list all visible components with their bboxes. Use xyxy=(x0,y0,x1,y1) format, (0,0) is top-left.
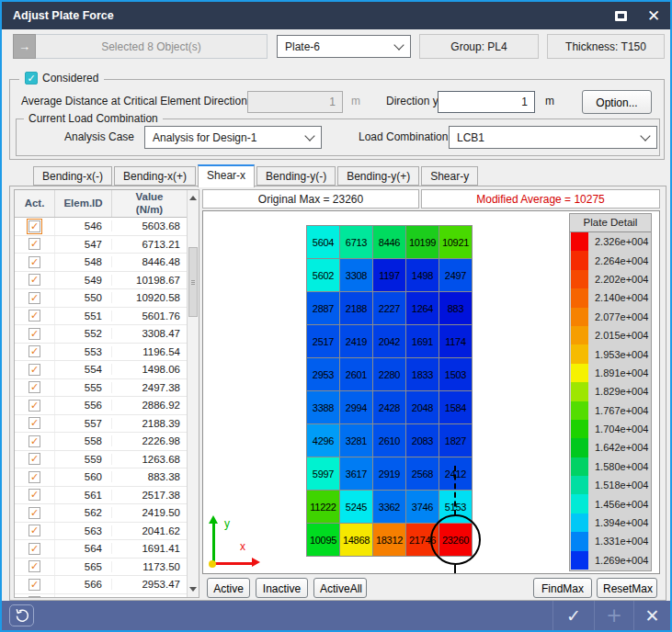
heatmap-cell[interactable]: 3746 xyxy=(406,491,439,524)
table-row[interactable]: ✓5523308.47 xyxy=(15,325,199,344)
table-row[interactable]: ✓5572188.39 xyxy=(15,415,199,434)
row-checkbox[interactable]: ✓ xyxy=(28,381,40,393)
heatmap-cell[interactable]: 4296 xyxy=(307,424,340,457)
table-row[interactable]: ✓5632041.62 xyxy=(15,523,199,541)
heatmap-cell[interactable]: 1833 xyxy=(406,358,439,391)
heatmap-cell[interactable]: 1691 xyxy=(406,325,439,358)
table-row[interactable]: ✓5651173.50 xyxy=(15,559,199,577)
heatmap-cell[interactable]: 8446 xyxy=(373,226,406,259)
row-checkbox[interactable]: ✓ xyxy=(28,220,40,232)
tab-shear-x[interactable]: Shear-x xyxy=(198,164,255,187)
table-row[interactable]: ✓5591263.68 xyxy=(15,451,199,469)
row-checkbox[interactable]: ✓ xyxy=(28,238,40,250)
analysis-case-select[interactable]: Analysis for Design-1 xyxy=(144,126,322,149)
row-checkbox[interactable]: ✓ xyxy=(28,292,40,304)
heatmap-cell[interactable]: 2419 xyxy=(340,325,373,358)
undo-button[interactable] xyxy=(9,604,34,626)
heatmap-cell[interactable]: 1498 xyxy=(406,259,439,292)
table-row[interactable]: ✓5641691.41 xyxy=(15,540,199,559)
heatmap-cell[interactable]: 2953 xyxy=(307,358,340,391)
inactive-button[interactable]: Inactive xyxy=(256,578,308,598)
tab-bending-x-[interactable]: Bending-x(-) xyxy=(33,166,112,186)
row-checkbox[interactable]: ✓ xyxy=(28,400,40,412)
heatmap-cell[interactable]: 2568 xyxy=(406,457,439,491)
table-row[interactable]: ✓5541498.06 xyxy=(15,361,199,379)
heatmap-cell[interactable]: 10921 xyxy=(439,226,473,259)
row-checkbox[interactable]: ✓ xyxy=(28,256,40,268)
plate-select[interactable]: Plate-6 xyxy=(277,35,411,58)
heatmap-cell[interactable]: 1174 xyxy=(439,325,473,358)
heatmap-cell[interactable]: 2188 xyxy=(340,292,373,325)
heatmap-cell[interactable]: 1264 xyxy=(406,292,439,325)
add-button[interactable]: + xyxy=(595,601,633,630)
heatmap-cell[interactable]: 5602 xyxy=(307,259,340,292)
row-checkbox[interactable]: ✓ xyxy=(28,489,40,501)
table-row[interactable]: ✓5612517.38 xyxy=(15,487,199,505)
heatmap-cell[interactable]: 2412 xyxy=(439,457,473,491)
heatmap-cell[interactable]: 3388 xyxy=(307,391,340,424)
option-button[interactable]: Option... xyxy=(582,90,652,114)
heatmap-cell[interactable]: 2497 xyxy=(439,259,473,292)
heatmap-cell[interactable]: 2428 xyxy=(373,391,406,424)
activeall-button[interactable]: ActiveAll xyxy=(313,578,367,598)
table-row[interactable]: ✓5582226.98 xyxy=(15,433,199,451)
row-checkbox[interactable]: ✓ xyxy=(28,471,40,483)
table-row[interactable]: ✓5622419.50 xyxy=(15,504,199,523)
heatmap-cell[interactable]: 14868 xyxy=(340,524,373,557)
heatmap-cell[interactable]: 2227 xyxy=(373,292,406,325)
row-checkbox[interactable]: ✓ xyxy=(28,560,40,572)
row-checkbox[interactable]: ✓ xyxy=(28,453,40,465)
table-row[interactable]: ✓5531196.54 xyxy=(15,344,199,362)
row-checkbox[interactable]: ✓ xyxy=(28,345,40,357)
heatmap-cell[interactable]: 18312 xyxy=(373,524,406,557)
heatmap-cell[interactable]: 2042 xyxy=(373,325,406,358)
heatmap-cell[interactable]: 2083 xyxy=(406,424,439,457)
active-button[interactable]: Active xyxy=(207,578,250,598)
heatmap-cell[interactable]: 2517 xyxy=(307,325,340,358)
findmax-button[interactable]: FindMax xyxy=(533,578,592,598)
row-checkbox[interactable]: ✓ xyxy=(28,417,40,429)
heatmap-cell[interactable]: 1197 xyxy=(373,259,406,292)
row-checkbox[interactable]: ✓ xyxy=(28,364,40,376)
table-row[interactable]: ✓55010920.58 xyxy=(15,289,199,308)
heatmap-cell[interactable]: 5997 xyxy=(307,457,340,491)
scroll-up-icon[interactable] xyxy=(189,196,197,200)
row-checkbox[interactable]: ✓ xyxy=(28,310,40,322)
resetmax-button[interactable]: ResetMax xyxy=(597,578,657,598)
heatmap-cell[interactable]: 1584 xyxy=(439,391,473,424)
heatmap-cell[interactable]: 6713 xyxy=(340,226,373,259)
row-checkbox[interactable]: ✓ xyxy=(28,507,40,519)
direction-x-input[interactable]: 1 xyxy=(247,91,343,113)
heatmap-cell[interactable]: 11222 xyxy=(307,491,340,524)
table-row[interactable]: ✓560883.38 xyxy=(15,468,199,487)
table-row[interactable]: ✓5488446.48 xyxy=(15,254,199,272)
table-row[interactable]: ✓5476713.21 xyxy=(15,236,199,254)
heatmap-cell[interactable]: 3617 xyxy=(340,457,373,491)
heatmap-cell[interactable]: 2919 xyxy=(373,457,406,491)
heatmap-cell[interactable]: 10199 xyxy=(406,226,439,259)
row-checkbox[interactable]: ✓ xyxy=(28,543,40,555)
heatmap-cell[interactable]: 5604 xyxy=(307,226,340,259)
heatmap-cell[interactable]: 3362 xyxy=(373,491,406,524)
table-row[interactable]: ✓5562886.92 xyxy=(15,397,199,415)
direction-y-input[interactable]: 1 xyxy=(438,91,535,113)
cancel-button[interactable]: ✕ xyxy=(634,601,670,630)
heatmap-cell[interactable]: 2610 xyxy=(373,424,406,457)
table-scrollbar[interactable] xyxy=(187,190,199,597)
row-checkbox[interactable]: ✓ xyxy=(28,525,40,536)
heatmap-cell[interactable]: 2280 xyxy=(373,358,406,391)
row-checkbox[interactable]: ✓ xyxy=(28,328,40,340)
tab-shear-y[interactable]: Shear-y xyxy=(421,166,478,186)
tab-bending-y-[interactable]: Bending-y(+) xyxy=(337,166,419,186)
considered-checkbox[interactable]: ✓ Considered xyxy=(19,72,104,85)
restore-button[interactable] xyxy=(604,2,637,29)
confirm-button[interactable]: ✓ xyxy=(553,601,594,630)
tab-bending-x-[interactable]: Bending-x(+) xyxy=(114,166,196,186)
heatmap-cell[interactable]: 883 xyxy=(439,292,473,325)
heatmap-cell[interactable]: 2994 xyxy=(340,391,373,424)
apply-selection-button[interactable]: → xyxy=(13,34,36,59)
table-row[interactable]: ✓5515601.76 xyxy=(15,308,199,326)
heatmap-cell[interactable]: 1827 xyxy=(439,424,473,457)
row-checkbox[interactable]: ✓ xyxy=(28,274,40,286)
heatmap-cell[interactable]: 5245 xyxy=(340,491,373,524)
